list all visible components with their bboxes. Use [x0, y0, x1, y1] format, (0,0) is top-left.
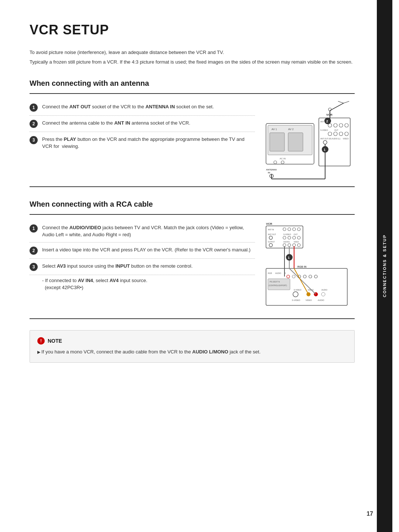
svg-line-34 [344, 101, 349, 103]
antenna-step-3: 3 Press the PLAY button on the VCR and m… [30, 132, 255, 154]
antenna-step-2-text: Connect the antenna cable to the ANT IN … [42, 119, 190, 127]
svg-point-55 [297, 236, 300, 239]
svg-text:AV 1: AV 1 [272, 128, 277, 131]
svg-point-52 [283, 236, 286, 239]
rca-step-2-text: Insert a video tape into the VCR and pre… [42, 246, 250, 254]
svg-text:S-VIDEO: S-VIDEO [292, 299, 300, 301]
antenna-section: 1 Connect the ANT OUT socket of the VCR … [30, 93, 355, 187]
svg-point-24 [345, 132, 348, 136]
svg-point-45 [288, 228, 291, 231]
svg-text:S-VIDEO: S-VIDEO [283, 233, 291, 235]
svg-point-62 [293, 244, 296, 247]
note-box: ! NOTE If you have a mono VCR, connect t… [30, 330, 355, 363]
svg-text:1: 1 [324, 148, 325, 152]
svg-text:RGB: RGB [268, 272, 272, 274]
svg-point-46 [293, 228, 296, 231]
svg-text:S-VIDEO: S-VIDEO [294, 289, 301, 291]
section-heading-antenna: When connecting with an antenna [30, 79, 355, 88]
rca-step-3: 3 Select AV3 input source using the INPU… [30, 259, 255, 275]
svg-text:2: 2 [326, 119, 328, 123]
svg-point-53 [288, 236, 291, 239]
antenna-diagram-svg: AV 1 AV 2 AC IN ANTENNA IN [264, 99, 353, 181]
antenna-step-1-text: Connect the ANT OUT socket of the VCR to… [42, 103, 214, 111]
svg-line-94 [289, 268, 316, 294]
svg-text:OUT: OUT [294, 233, 298, 235]
svg-point-75 [292, 275, 295, 278]
svg-point-51 [269, 236, 273, 239]
svg-point-22 [334, 132, 337, 136]
rca-steps: 1 Connect the AUDIO/VIDEO jacks between … [30, 220, 255, 313]
rca-step-number-2: 2 [30, 247, 38, 255]
step-number-2: 2 [30, 120, 38, 128]
svg-point-60 [283, 244, 286, 247]
svg-point-26 [323, 140, 327, 144]
rca-diagram: VCR ANT IN ANT OUT S-VIDEO OUT [262, 220, 355, 313]
rca-step-number-1: 1 [30, 224, 38, 233]
rca-step-1: 1 Connect the AUDIO/VIDEO jacks between … [30, 220, 255, 243]
antenna-step-1: 1 Connect the ANT OUT socket of the VCR … [30, 99, 255, 116]
svg-point-79 [314, 275, 317, 278]
note-icon: ! [37, 337, 45, 345]
svg-text:VIDEO: VIDEO [294, 241, 299, 243]
svg-point-77 [303, 275, 306, 278]
svg-text:VIDEO: VIDEO [306, 299, 312, 301]
right-sidebar: CONNECTIONS & SETUP [377, 0, 392, 532]
note-title: ! NOTE [37, 337, 347, 345]
svg-point-21 [328, 132, 332, 136]
svg-point-61 [288, 244, 291, 247]
step-number-1: 1 [30, 104, 38, 112]
svg-text:(R) AUDIO (L): (R) AUDIO (L) [329, 138, 341, 140]
svg-text:OUT: OUT [334, 129, 338, 131]
svg-point-54 [293, 236, 296, 239]
svg-point-18 [345, 123, 348, 127]
svg-text:VCR: VCR [266, 222, 272, 226]
svg-text:1: 1 [288, 256, 290, 260]
svg-text:RGB IN: RGB IN [297, 265, 307, 268]
antenna-step-3-text: Press the PLAY button on the VCR and mat… [42, 136, 255, 150]
intro-line2: Typically a frozen still picture from a … [30, 58, 355, 66]
svg-point-78 [309, 275, 312, 278]
svg-point-59 [269, 243, 273, 247]
step-number-3: 3 [30, 136, 38, 144]
svg-point-16 [334, 123, 337, 127]
sidebar-label: CONNECTIONS & SETUP [382, 234, 387, 297]
svg-point-8 [281, 161, 284, 164]
svg-point-17 [339, 123, 343, 127]
rca-sub-note: - If connected to AV IN4, select AV4 inp… [42, 277, 255, 291]
svg-text:ANT OUT: ANT OUT [268, 233, 276, 235]
page-number: 17 [366, 511, 373, 517]
note-text: If you have a mono VCR, connect the audi… [37, 348, 347, 356]
rca-diagram-svg: VCR ANT IN ANT OUT S-VIDEO OUT [264, 220, 353, 313]
intro-line1: To avoid picture noise (interference), l… [30, 49, 355, 57]
page-title: VCR SETUP [30, 22, 355, 38]
svg-text:IN: IN [268, 172, 270, 174]
svg-text:VIDEO: VIDEO [343, 138, 349, 140]
svg-text:ANTENNA: ANTENNA [266, 169, 277, 171]
svg-rect-5 [288, 133, 303, 151]
svg-text:VCR: VCR [326, 113, 332, 116]
rca-step-number-3: 3 [30, 263, 38, 271]
svg-rect-4 [270, 133, 284, 151]
rca-step-3-text: Select AV3 input source using the INPUT … [42, 262, 192, 270]
svg-text:PS-2/EXT N: PS-2/EXT N [270, 281, 280, 283]
svg-text:OUTPUT: OUTPUT [268, 241, 275, 243]
svg-point-23 [339, 132, 343, 136]
svg-point-47 [297, 228, 300, 231]
svg-text:AUDIO: AUDIO [321, 289, 327, 291]
svg-text:AUDIO: AUDIO [275, 272, 281, 274]
svg-text:AUDIO: AUDIO [318, 299, 324, 301]
rca-step-2: 2 Insert a video tape into the VCR and p… [30, 243, 255, 259]
svg-point-44 [283, 228, 286, 231]
svg-text:AC IN: AC IN [280, 157, 286, 160]
svg-text:ANT IN: ANT IN [268, 228, 274, 231]
svg-point-7 [274, 161, 277, 164]
svg-text:ANT OUT: ANT OUT [320, 138, 328, 140]
svg-text:S-VIDEO: S-VIDEO [320, 129, 328, 131]
section-heading-rca: When connecting with a RCA cable [30, 200, 355, 209]
svg-text:AV 2: AV 2 [288, 128, 294, 131]
antenna-diagram: AV 1 AV 2 AC IN ANTENNA IN [262, 99, 355, 181]
svg-point-63 [297, 244, 300, 247]
note-label: NOTE [48, 338, 62, 344]
antenna-step-2: 2 Connect the antenna cable to the ANT I… [30, 116, 255, 132]
rca-section: 1 Connect the AUDIO/VIDEO jacks between … [30, 214, 355, 319]
